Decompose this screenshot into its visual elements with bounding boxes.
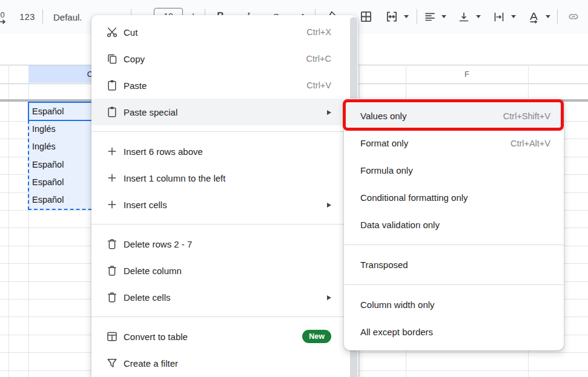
menu-item-paste[interactable]: Paste Ctrl+V (91, 72, 358, 99)
menu-item-label: Conditional formatting only (360, 192, 468, 203)
vertical-align-caret-icon[interactable] (476, 15, 481, 18)
menu-item-label: Delete cells (124, 292, 171, 303)
menu-item-create-filter[interactable]: Create a filter (91, 350, 358, 376)
menu-item-label: Delete column (124, 266, 182, 276)
submenu-item-format-only[interactable]: Format only Ctrl+Alt+V (344, 129, 564, 157)
submenu-arrow-icon (327, 203, 331, 208)
text-wrapping-icon (493, 11, 505, 23)
menu-item-delete-cells[interactable]: Delete cells (91, 284, 358, 310)
menu-item-label: Paste special (124, 107, 177, 117)
plus-icon (106, 145, 118, 157)
menu-item-label: Column width only (360, 300, 435, 310)
menu-item-label: Data validation only (360, 220, 440, 230)
menu-item-label: Formula only (360, 165, 413, 175)
clipboard-icon (106, 106, 118, 118)
screen: { "toolbar": { "decrease_decimal": "0", … (0, 0, 588, 377)
text-wrapping-button[interactable] (493, 11, 505, 23)
menu-item-label: Cut (124, 27, 137, 38)
text-rotation-icon (527, 11, 540, 24)
menu-divider (344, 284, 564, 285)
menu-item-label: Copy (124, 54, 145, 64)
scissors-icon (106, 26, 118, 38)
menu-item-shortcut: Ctrl+C (306, 54, 346, 64)
new-badge: New (302, 330, 331, 343)
align-left-icon (424, 11, 436, 23)
submenu-item-all-except-borders[interactable]: All except borders (344, 318, 564, 346)
decrease-decimal-button[interactable]: 0 (0, 8, 8, 26)
menu-divider (91, 316, 358, 317)
menu-item-label: Convert to table (124, 332, 188, 342)
text-wrapping-caret-icon[interactable] (511, 15, 516, 18)
menu-divider (91, 131, 358, 132)
menu-item-label: Insert 6 rows above (124, 146, 203, 157)
trash-icon (106, 264, 118, 277)
menu-item-copy[interactable]: Copy Ctrl+C (91, 45, 358, 72)
merge-cells-icon (385, 10, 398, 23)
plus-icon (106, 172, 118, 184)
menu-item-cut[interactable]: Cut Ctrl+X (91, 19, 358, 45)
context-menu: Cut Ctrl+X Copy Ctrl+C Paste Ctrl+V Past… (91, 15, 358, 377)
submenu-item-formula-only[interactable]: Formula only (344, 157, 564, 184)
insert-link-button[interactable] (567, 10, 580, 23)
submenu-item-values-only[interactable]: Values only Ctrl+Shift+V (344, 102, 564, 129)
badge-container: New (302, 330, 346, 343)
borders-icon (360, 10, 372, 23)
submenu-item-data-validation-only[interactable]: Data validation only (344, 211, 564, 238)
column-header-f[interactable]: F (406, 65, 528, 83)
text-rotation-caret-icon[interactable] (546, 15, 550, 18)
menu-item-shortcut: Ctrl+V (306, 80, 346, 90)
font-selector[interactable]: Defaul. (53, 9, 82, 25)
horizontal-align-button[interactable] (424, 11, 436, 23)
menu-item-insert-column[interactable]: Insert 1 column to the left (91, 165, 358, 191)
menu-item-label: Insert cells (124, 200, 167, 210)
vertical-align-button[interactable] (458, 11, 470, 23)
paste-special-submenu: Values only Ctrl+Shift+V Format only Ctr… (344, 99, 564, 350)
menu-item-shortcut: Ctrl+Alt+V (510, 139, 552, 148)
submenu-arrow-container (327, 292, 346, 302)
menu-item-insert-cells[interactable]: Insert cells (91, 191, 358, 218)
toolbar-divider (42, 9, 43, 24)
vertical-align-icon (458, 11, 470, 23)
gridline (8, 65, 9, 377)
decrease-decimal-arrow-icon (0, 19, 6, 24)
submenu-arrow-icon (327, 295, 331, 300)
menu-item-label: All except borders (360, 327, 433, 337)
trash-icon (106, 291, 118, 303)
menu-item-shortcut: Ctrl+Shift+V (503, 111, 552, 121)
link-icon (567, 10, 580, 23)
menu-item-delete-rows[interactable]: Delete rows 2 - 7 (91, 231, 358, 257)
menu-item-insert-rows[interactable]: Insert 6 rows above (91, 138, 358, 165)
number-format-button[interactable]: 123 (15, 9, 40, 25)
menu-item-label: Create a filter (124, 358, 178, 369)
toolbar-divider (417, 9, 417, 24)
menu-item-label: Delete rows 2 - 7 (124, 239, 192, 249)
menu-item-delete-column[interactable]: Delete column (91, 257, 358, 284)
filter-icon (106, 357, 118, 369)
submenu-arrow-container (327, 107, 346, 117)
table-icon (106, 330, 118, 343)
submenu-item-column-width-only[interactable]: Column width only (344, 291, 564, 318)
decrease-decimal-icon: 0 (0, 10, 4, 19)
menu-item-label: Insert 1 column to the left (124, 173, 225, 183)
menu-item-label: Format only (360, 138, 408, 148)
copy-icon (106, 53, 118, 65)
submenu-item-conditional-formatting-only[interactable]: Conditional formatting only (344, 184, 564, 211)
menu-divider (91, 224, 358, 225)
plus-icon (106, 198, 118, 211)
clipboard-icon (106, 79, 118, 91)
submenu-item-transposed[interactable]: Transposed (344, 251, 564, 278)
merge-cells-caret-icon[interactable] (404, 15, 409, 18)
menu-item-label: Paste (124, 80, 147, 91)
merge-cells-button[interactable] (385, 10, 398, 23)
toolbar-divider (557, 9, 558, 24)
menu-item-paste-special[interactable]: Paste special (91, 99, 358, 125)
borders-button[interactable] (360, 10, 372, 23)
menu-item-convert-to-table[interactable]: Convert to table New (91, 323, 358, 350)
text-rotation-button[interactable] (527, 11, 540, 24)
submenu-arrow-icon (327, 110, 331, 115)
horizontal-align-caret-icon[interactable] (441, 15, 446, 18)
trash-icon (106, 238, 118, 250)
submenu-arrow-container (327, 200, 346, 209)
menu-item-shortcut: Ctrl+X (306, 27, 346, 37)
menu-item-label: Values only (360, 111, 406, 121)
